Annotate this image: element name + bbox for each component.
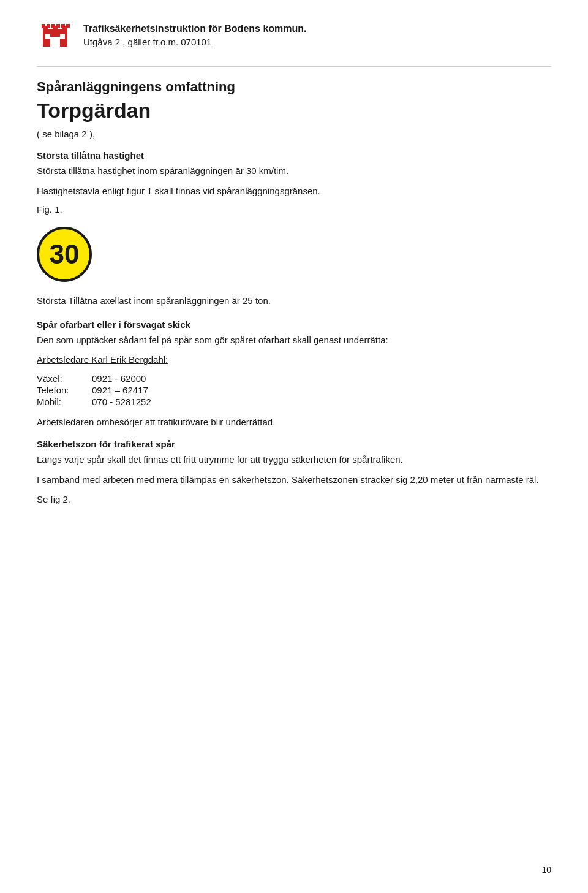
contact-row-telefon: Telefon: 0921 – 62417: [37, 385, 551, 395]
header: Trafiksäkerhetsinstruktion för Bodens ko…: [37, 18, 551, 55]
svg-rect-8: [51, 24, 55, 28]
sakerhetszon-body2: I samband med arbeten med mera tillämpas…: [37, 473, 551, 487]
speed-sign-container: 30: [37, 227, 551, 282]
spar-ofarbart-body2: Arbetsledaren ombesörjer att trafikutöva…: [37, 416, 551, 430]
contact-table: Arbetsledare Karl Erik Bergdahl: Växel: …: [37, 353, 551, 407]
svg-rect-6: [42, 24, 45, 28]
hastighet-body1: Största tillåtna hastighet inom spåranlä…: [37, 164, 551, 178]
contact-label-mobil: Mobil:: [37, 397, 92, 407]
sakerhetszon-body3: Se fig 2.: [37, 493, 551, 507]
sakerhetszon-heading: Säkerhetszon för trafikerat spår: [37, 439, 551, 449]
header-divider: [37, 66, 551, 67]
svg-rect-11: [66, 24, 70, 28]
bilaga-text: ( se bilaga 2 ),: [37, 129, 551, 139]
spar-ofarbart-body1: Den som upptäcker sådant fel på spår som…: [37, 333, 551, 348]
contact-label-vaxel: Växel:: [37, 373, 92, 384]
torpgardan-heading: Torpgärdan: [37, 99, 551, 123]
svg-rect-12: [45, 34, 50, 39]
contact-label-telefon: Telefon:: [37, 385, 92, 395]
svg-rect-10: [61, 24, 65, 28]
doc-title: Trafiksäkerhetsinstruktion för Bodens ko…: [83, 23, 307, 34]
axellast-text: Största Tillåtna axellast inom spåranläg…: [37, 294, 551, 308]
doc-edition: Utgåva 2 , gäller fr.o.m. 070101: [83, 37, 307, 47]
page-number: 10: [541, 865, 551, 875]
contact-name: Arbetsledare Karl Erik Bergdahl:: [37, 353, 551, 367]
logo-container: [37, 18, 74, 55]
speed-value: 30: [50, 239, 80, 270]
svg-rect-9: [56, 24, 60, 28]
fig-label: Fig. 1.: [37, 204, 551, 215]
section-sparan-heading: Spåranläggningens omfattning: [37, 79, 551, 95]
svg-rect-14: [42, 23, 69, 24]
hastighet-heading: Största tillåtna hastighet: [37, 150, 551, 161]
header-text: Trafiksäkerhetsinstruktion för Bodens ko…: [83, 18, 307, 47]
contact-value-mobil: 070 - 5281252: [92, 397, 151, 407]
svg-rect-13: [60, 34, 65, 39]
spar-ofarbart-heading: Spår ofarbart eller i försvagat skick: [37, 319, 551, 330]
hastighet-body2: Hastighetstavla enligt figur 1 skall fin…: [37, 184, 551, 199]
contact-row-vaxel: Växel: 0921 - 62000: [37, 373, 551, 384]
sakerhetszon-body1: Längs varje spår skall det finnas ett fr…: [37, 453, 551, 467]
svg-rect-7: [47, 24, 50, 28]
boden-logo: [37, 18, 74, 55]
svg-rect-5: [50, 37, 60, 47]
contact-value-telefon: 0921 – 62417: [92, 385, 148, 395]
contact-row-mobil: Mobil: 070 - 5281252: [37, 397, 551, 407]
page: Trafiksäkerhetsinstruktion för Bodens ko…: [0, 0, 588, 893]
speed-sign: 30: [37, 227, 92, 282]
contact-value-vaxel: 0921 - 62000: [92, 373, 146, 384]
